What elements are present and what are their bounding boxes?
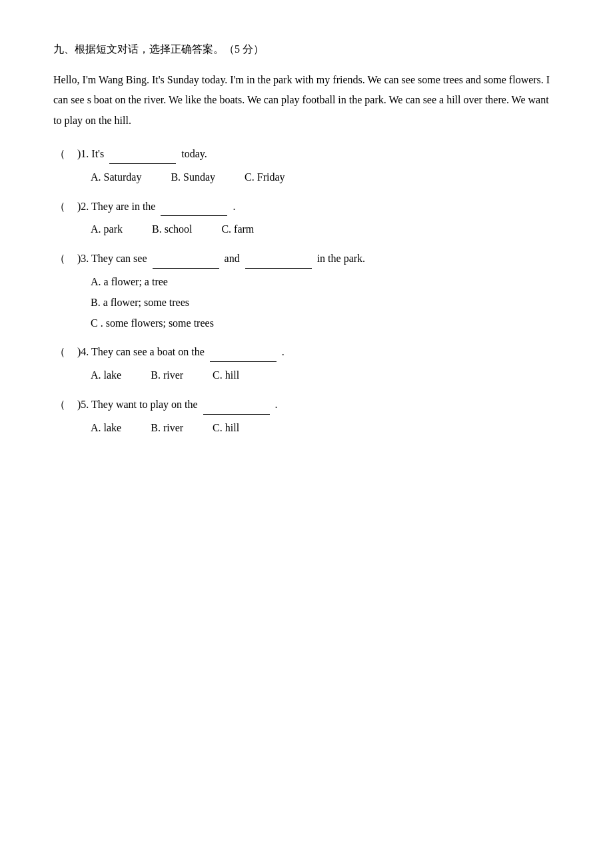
q5-blank [203,395,270,415]
q3-after: in the park. [317,253,365,264]
q1-option-c: C. Friday [245,168,285,187]
q5-option-c: C. hill [213,419,239,438]
section-header: 九、根据短文对话，选择正确答案。（5 分） [53,40,560,59]
bracket-q3: （ [53,249,67,269]
q1-option-a: A. Saturday [91,168,141,187]
bracket-q2: （ [53,197,67,217]
q3-options: A. a flower; a tree B. a flower; some tr… [91,273,560,333]
passage: Hello, I'm Wang Bing. It's Sunday today.… [53,70,560,131]
q3-blank1 [153,249,219,269]
question-4: （ )4. They can see a boat on the . A. la… [53,342,560,385]
bracket-q5: （ [53,395,67,415]
q2-option-a: A. park [91,220,123,239]
q3-option-b: B. a flower; some trees [91,293,560,313]
question-1: （ )1. It's today. A. Saturday B. Sunday … [53,144,560,187]
q1-text: )1. It's [67,148,104,159]
q1-options: A. Saturday B. Sunday C. Friday [91,168,560,187]
q2-options: A. park B. school C. farm [91,220,560,239]
q4-blank [210,342,277,362]
q3-text: )3. They can see [67,253,147,264]
bracket-q4: （ [53,343,67,362]
q5-after: . [275,399,278,410]
bracket-q1: （ [53,145,67,164]
question-3: （ )3. They can see and in the park. A. a… [53,249,560,333]
q4-text: )4. They can see a boat on the [67,346,205,357]
q4-option-c: C. hill [213,366,239,385]
q3-and: and [225,253,240,264]
q2-option-c: C. farm [221,220,254,239]
q5-options: A. lake B. river C. hill [91,419,560,438]
q5-option-b: B. river [151,419,183,438]
q2-text: )2. They are in the [67,201,155,212]
q3-blank2 [245,249,312,269]
question-2: （ )2. They are in the . A. park B. schoo… [53,197,560,240]
question-5: （ )5. They want to play on the . A. lake… [53,395,560,438]
q2-option-b: B. school [152,220,192,239]
q2-blank [161,197,227,217]
q5-text: )5. They want to play on the [67,399,198,410]
q2-after: . [233,201,235,212]
q3-option-c: C . some flowers; some trees [91,314,560,333]
q1-option-b: B. Sunday [171,168,215,187]
q4-options: A. lake B. river C. hill [91,366,560,385]
q1-after: today. [181,148,207,159]
q1-blank [109,144,176,164]
q5-option-a: A. lake [91,419,121,438]
q4-option-b: B. river [151,366,183,385]
q4-option-a: A. lake [91,366,121,385]
q4-after: . [282,346,285,357]
q3-option-a: A. a flower; a tree [91,273,560,292]
